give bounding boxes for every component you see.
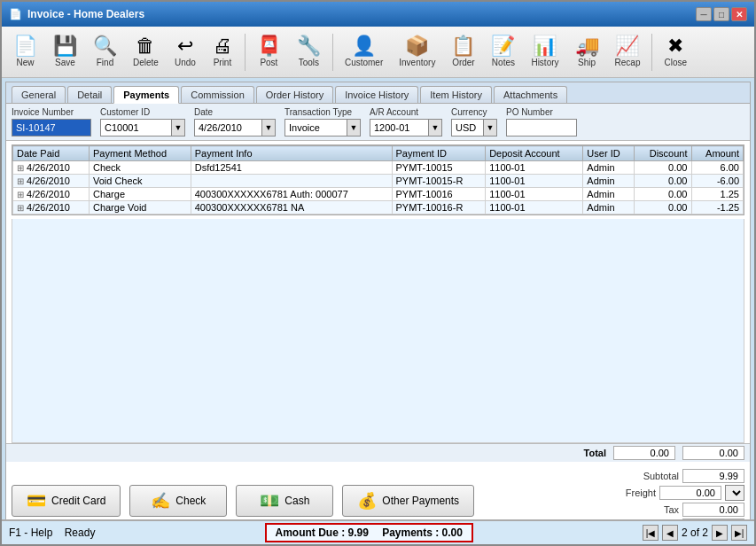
inventory-label: Inventory bbox=[399, 58, 435, 67]
toolbar-separator-2 bbox=[332, 34, 333, 71]
total-discount-value bbox=[613, 446, 675, 460]
customer-id-dropdown[interactable]: ▼ bbox=[171, 119, 185, 136]
tab-order-history[interactable]: Order History bbox=[256, 86, 333, 103]
col-deposit-account: Deposit Account bbox=[486, 146, 583, 161]
freight-value[interactable] bbox=[659, 486, 721, 500]
new-button[interactable]: 📄 New bbox=[7, 33, 43, 71]
post-button[interactable]: 📮 Post bbox=[251, 33, 287, 71]
notes-label: Notes bbox=[492, 58, 515, 67]
currency-dropdown[interactable]: ▼ bbox=[483, 119, 497, 136]
delete-button[interactable]: 🗑 Delete bbox=[127, 33, 165, 71]
recap-button[interactable]: 📈 Recap bbox=[609, 33, 647, 71]
first-page-button[interactable]: |◀ bbox=[643, 525, 659, 541]
tab-general[interactable]: General bbox=[12, 86, 66, 103]
col-payment-id: Payment ID bbox=[392, 146, 486, 161]
cell-payment-id: PYMT-10015-R bbox=[392, 175, 486, 188]
inventory-icon: 📦 bbox=[405, 36, 429, 56]
date-group: Date ▼ bbox=[194, 107, 276, 136]
cell-user-id: Admin bbox=[583, 161, 635, 175]
cell-payment-method: Check bbox=[89, 161, 191, 175]
cell-date: ⊞ 4/26/2010 bbox=[13, 161, 90, 175]
tab-invoice-history[interactable]: Invoice History bbox=[335, 86, 418, 103]
tax-value bbox=[682, 503, 744, 517]
toolbar-separator-3 bbox=[651, 34, 652, 71]
ar-account-input[interactable] bbox=[370, 119, 428, 136]
tax-label: Tax bbox=[626, 504, 679, 515]
customer-button[interactable]: 👤 Customer bbox=[339, 33, 389, 71]
freight-type-select[interactable]: N Y bbox=[725, 485, 744, 501]
notes-button[interactable]: 📝 Notes bbox=[485, 33, 521, 71]
cash-button[interactable]: 💵 Cash bbox=[236, 485, 333, 517]
print-button[interactable]: 🖨 Print bbox=[206, 33, 239, 71]
cell-payment-id: PYMT-10015 bbox=[392, 161, 486, 175]
po-number-input[interactable] bbox=[506, 119, 577, 136]
close-button[interactable]: ✖ Close bbox=[658, 33, 693, 71]
other-payments-icon: 💰 bbox=[357, 491, 377, 511]
table-row[interactable]: ⊞ 4/26/2010 Charge Void 400300XXXXXX6781… bbox=[13, 201, 744, 214]
tab-attachments[interactable]: Attachments bbox=[494, 86, 567, 103]
save-button[interactable]: 💾 Save bbox=[47, 33, 83, 71]
tab-payments[interactable]: Payments bbox=[113, 86, 179, 104]
table-row[interactable]: ⊞ 4/26/2010 Check Dsfd12541 PYMT-10015 1… bbox=[13, 161, 744, 175]
order-icon: 📋 bbox=[451, 36, 475, 56]
date-dropdown[interactable]: ▼ bbox=[261, 119, 276, 136]
cell-discount: 0.00 bbox=[635, 201, 692, 214]
undo-label: Undo bbox=[175, 58, 196, 67]
cell-payment-info: 400300XXXXXX6781 Auth: 000077 bbox=[191, 188, 392, 201]
subtotal-row: Subtotal bbox=[603, 469, 744, 483]
transaction-type-input[interactable] bbox=[284, 119, 347, 136]
cell-deposit-account: 1100-01 bbox=[486, 201, 583, 214]
check-icon: ✍ bbox=[151, 491, 170, 511]
credit-card-button[interactable]: 💳 Credit Card bbox=[12, 485, 121, 517]
total-row: Total bbox=[6, 443, 750, 462]
cell-payment-info bbox=[191, 175, 392, 188]
print-label: Print bbox=[214, 58, 232, 67]
table-row[interactable]: ⊞ 4/26/2010 Charge 400300XXXXXX6781 Auth… bbox=[13, 188, 744, 201]
cell-amount: 6.00 bbox=[691, 161, 744, 175]
invoice-number-input[interactable] bbox=[12, 119, 91, 136]
other-payments-button[interactable]: 💰 Other Payments bbox=[342, 485, 474, 517]
next-page-button[interactable]: ▶ bbox=[712, 525, 728, 541]
undo-button[interactable]: ↩ Undo bbox=[168, 33, 202, 71]
customer-id-input[interactable] bbox=[100, 119, 171, 136]
table-row[interactable]: ⊞ 4/26/2010 Void Check PYMT-10015-R 1100… bbox=[13, 175, 744, 188]
cell-date: ⊞ 4/26/2010 bbox=[13, 175, 90, 188]
tab-detail[interactable]: Detail bbox=[67, 86, 112, 103]
history-label: History bbox=[531, 58, 558, 67]
total-label: Total bbox=[584, 448, 606, 458]
last-page-button[interactable]: ▶| bbox=[731, 525, 747, 541]
total-amount-value bbox=[682, 446, 744, 460]
amount-due-text: Amount Due : 9.99 bbox=[276, 526, 369, 539]
col-date-paid: Date Paid bbox=[13, 146, 90, 161]
tools-button[interactable]: 🔧 Tools bbox=[291, 33, 327, 71]
find-button[interactable]: 🔍 Find bbox=[87, 33, 123, 71]
ar-account-field: ▼ bbox=[370, 119, 442, 136]
ship-button[interactable]: 🚚 Ship bbox=[569, 33, 605, 71]
customer-icon: 👤 bbox=[352, 36, 376, 56]
recap-label: Recap bbox=[615, 58, 641, 67]
cell-date: ⊞ 4/26/2010 bbox=[13, 201, 90, 214]
inventory-button[interactable]: 📦 Inventory bbox=[393, 33, 441, 71]
find-icon: 🔍 bbox=[93, 36, 117, 56]
new-label: New bbox=[16, 58, 34, 67]
close-label: Close bbox=[664, 58, 687, 67]
ar-account-dropdown[interactable]: ▼ bbox=[428, 119, 442, 136]
order-button[interactable]: 📋 Order bbox=[445, 33, 481, 71]
prev-page-button[interactable]: ◀ bbox=[662, 525, 678, 541]
ar-account-label: A/R Account bbox=[370, 107, 442, 117]
tab-commission[interactable]: Commission bbox=[181, 86, 254, 103]
currency-input[interactable] bbox=[451, 119, 483, 136]
date-label: Date bbox=[194, 107, 276, 117]
cell-date: ⊞ 4/26/2010 bbox=[13, 188, 90, 201]
tab-item-history[interactable]: Item History bbox=[420, 86, 492, 103]
cell-user-id: Admin bbox=[583, 175, 635, 188]
maximize-button[interactable]: □ bbox=[713, 7, 729, 21]
date-input[interactable] bbox=[194, 119, 261, 136]
tab-bar: General Detail Payments Commission Order… bbox=[6, 82, 750, 104]
transaction-type-dropdown[interactable]: ▼ bbox=[347, 119, 361, 136]
minimize-button[interactable]: ─ bbox=[696, 7, 712, 21]
check-button[interactable]: ✍ Check bbox=[129, 485, 227, 517]
close-window-button[interactable]: ✕ bbox=[731, 7, 747, 21]
col-amount: Amount bbox=[691, 146, 744, 161]
history-button[interactable]: 📊 History bbox=[525, 33, 565, 71]
